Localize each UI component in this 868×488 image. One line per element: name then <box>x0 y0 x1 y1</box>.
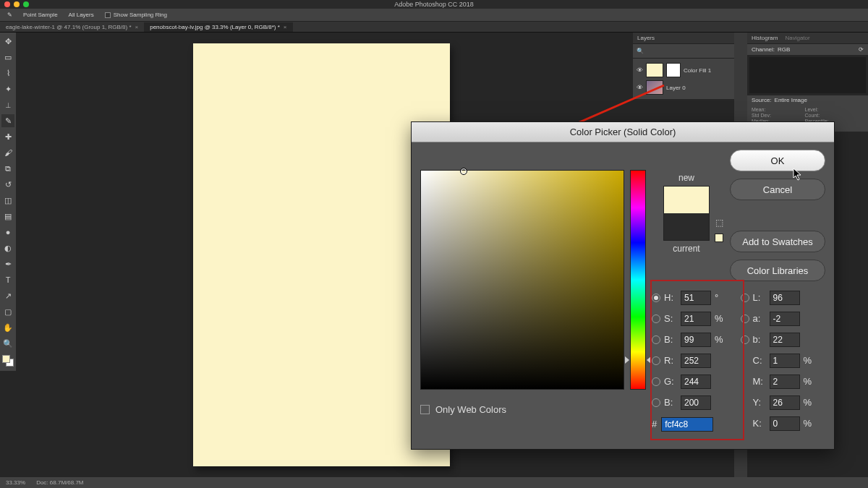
hex-label: # <box>652 419 657 429</box>
hex-input[interactable] <box>661 417 713 432</box>
hue-marker-icon <box>647 356 651 364</box>
status-bar: 33.33% Doc: 68.7M/68.7M <box>0 477 868 488</box>
minimize-dot[interactable] <box>14 1 20 7</box>
channel-label: Channel: <box>752 46 775 53</box>
close-icon[interactable]: × <box>284 24 287 30</box>
show-ring-option[interactable]: Show Sampling Ring <box>105 12 167 18</box>
layer-mask-thumb[interactable] <box>666 63 681 77</box>
marquee-tool[interactable]: ▭ <box>1 51 14 64</box>
new-color-swatch[interactable] <box>664 187 709 213</box>
websafe-swatch-icon[interactable] <box>715 234 723 242</box>
k-input[interactable] <box>770 416 800 431</box>
checkbox-icon[interactable] <box>420 405 430 414</box>
sv-cursor[interactable] <box>460 168 467 175</box>
color-libraries-button[interactable]: Color Libraries <box>730 260 825 281</box>
heal-tool[interactable]: ✚ <box>1 130 14 143</box>
doc-info[interactable]: Doc: 68.7M/68.7M <box>36 479 83 486</box>
stamp-tool[interactable]: ⧉ <box>1 162 14 175</box>
navigator-tab[interactable]: Navigator <box>785 35 809 41</box>
layer-row[interactable]: 👁 Layer 0 <box>636 79 731 96</box>
zoom-level[interactable]: 33.33% <box>6 479 25 486</box>
foreground-swatch[interactable] <box>2 355 10 363</box>
histogram-tab[interactable]: Histogram <box>752 35 778 41</box>
saturation-value-field[interactable] <box>420 170 624 390</box>
blue-radio[interactable] <box>652 398 660 407</box>
document-tab[interactable]: eagle-lake-winter-1 @ 47.1% (Group 1, RG… <box>0 22 144 32</box>
brush-tool[interactable]: 🖌 <box>1 146 14 159</box>
layer-row[interactable]: 👁 Color Fill 1 <box>636 61 731 79</box>
add-to-swatches-button[interactable]: Add to Swatches <box>730 231 825 252</box>
close-icon[interactable]: × <box>135 24 139 30</box>
app-title: Adobe Photoshop CC 2018 <box>394 1 474 8</box>
only-web-colors-option[interactable]: Only Web Colors <box>420 404 506 415</box>
filter-icon[interactable]: 🔍 <box>637 48 644 54</box>
b-input[interactable] <box>770 333 800 347</box>
checkbox-icon[interactable] <box>105 12 111 18</box>
source-dropdown[interactable]: Entire Image <box>775 97 807 103</box>
move-tool[interactable]: ✥ <box>1 35 14 48</box>
wand-tool[interactable]: ✦ <box>1 82 14 95</box>
current-label: current <box>658 244 715 254</box>
dodge-tool[interactable]: ◐ <box>1 241 14 254</box>
sat-input[interactable] <box>681 312 711 326</box>
ok-button[interactable]: OK <box>730 150 825 171</box>
m-input[interactable] <box>770 374 800 389</box>
g-input[interactable] <box>681 374 711 389</box>
new-current-swatch: new current <box>658 173 715 254</box>
layers-tab[interactable]: Layers <box>637 35 655 41</box>
refresh-icon[interactable]: ⟳ <box>859 46 864 53</box>
layer-thumb[interactable] <box>646 63 663 77</box>
current-color-swatch[interactable] <box>664 213 709 240</box>
bright-radio[interactable] <box>652 335 660 344</box>
r-radio[interactable] <box>652 356 660 365</box>
pen-tool[interactable]: ✒ <box>1 257 14 270</box>
zoom-tool[interactable]: 🔍 <box>1 337 14 350</box>
close-dot[interactable] <box>4 1 10 7</box>
cancel-button[interactable]: Cancel <box>730 179 825 200</box>
eraser-tool[interactable]: ◫ <box>1 194 14 207</box>
a-input[interactable] <box>770 312 800 326</box>
visibility-icon[interactable]: 👁 <box>636 67 643 74</box>
type-tool[interactable]: T <box>1 273 14 286</box>
crop-tool[interactable]: ⟂ <box>1 98 14 111</box>
eyedropper-tool[interactable]: ✎ <box>1 114 14 127</box>
gamut-warning-icon[interactable]: ⬚ <box>714 218 724 228</box>
layer-thumb[interactable] <box>646 80 663 95</box>
l-radio[interactable] <box>741 294 749 302</box>
r-input[interactable] <box>681 354 711 368</box>
shape-tool[interactable]: ▢ <box>1 305 14 318</box>
a-radio[interactable] <box>741 314 749 323</box>
layers-list: 👁 Color Fill 1 👁 Layer 0 <box>633 59 734 99</box>
c-input[interactable] <box>770 354 800 368</box>
blur-tool[interactable]: ● <box>1 226 14 239</box>
blue-input[interactable] <box>681 395 711 410</box>
layer-name[interactable]: Layer 0 <box>666 85 686 91</box>
hue-slider[interactable] <box>630 170 646 390</box>
l-input[interactable] <box>770 291 800 305</box>
hue-radio[interactable] <box>652 294 660 302</box>
source-label: Source: <box>752 97 772 103</box>
document-tab[interactable]: penobscot-bay-lv.jpg @ 33.3% (Layer 0, R… <box>144 22 292 32</box>
bright-input[interactable] <box>681 333 711 347</box>
eyedropper-icon: ✎ <box>7 12 12 18</box>
sample-label[interactable]: Point Sample <box>23 12 58 18</box>
sat-radio[interactable] <box>652 314 660 323</box>
layers-scope[interactable]: All Layers <box>69 12 94 18</box>
channel-dropdown[interactable]: RGB <box>778 46 790 53</box>
hue-input[interactable] <box>681 291 711 305</box>
g-radio[interactable] <box>652 377 660 386</box>
lasso-tool[interactable]: ⌇ <box>1 67 14 80</box>
hand-tool[interactable]: ✋ <box>1 321 14 334</box>
fg-bg-swatches[interactable] <box>2 355 14 367</box>
layer-name[interactable]: Color Fill 1 <box>684 67 711 74</box>
b-radio[interactable] <box>741 335 749 344</box>
y-input[interactable] <box>770 395 800 410</box>
path-tool[interactable]: ↗ <box>1 289 14 302</box>
color-value-fields: H:° L: S:% a: B:% b: R: C:% G: M:% B: <box>652 287 825 442</box>
history-brush-tool[interactable]: ↺ <box>1 178 14 191</box>
color-picker-dialog: Color Picker (Solid Color) new current ⬚… <box>411 121 835 450</box>
gradient-tool[interactable]: ▤ <box>1 210 14 223</box>
maximize-dot[interactable] <box>23 1 29 7</box>
visibility-icon[interactable]: 👁 <box>636 84 643 91</box>
histogram-graph <box>749 57 866 93</box>
